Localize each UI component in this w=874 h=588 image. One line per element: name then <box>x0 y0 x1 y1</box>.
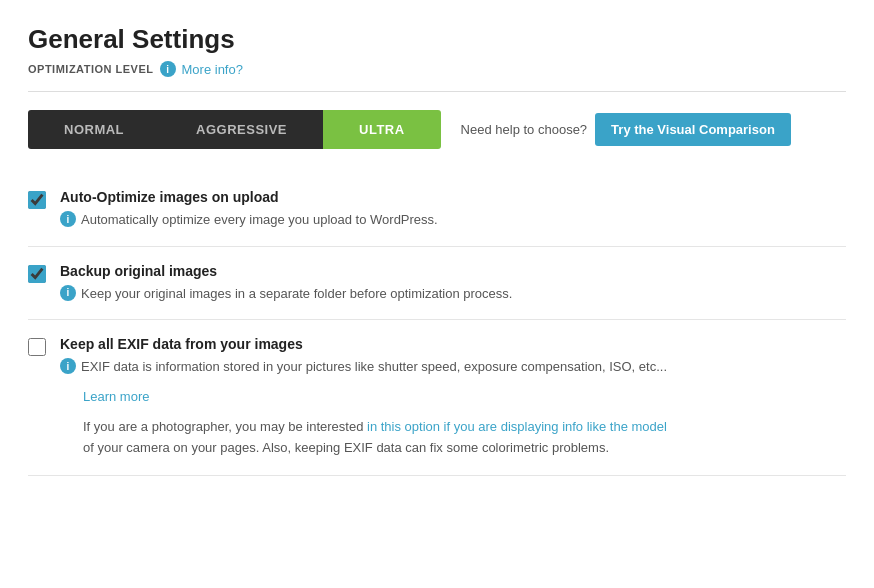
keep-exif-info-icon: i <box>60 358 76 374</box>
tab-ultra[interactable]: ULTRA <box>323 110 441 149</box>
opt-level-label: OPTIMIZATION LEVEL <box>28 63 154 75</box>
auto-optimize-title: Auto-Optimize images on upload <box>60 189 438 205</box>
auto-optimize-checkbox[interactable] <box>28 191 46 209</box>
backup-originals-checkbox[interactable] <box>28 265 46 283</box>
tab-aggressive[interactable]: AGGRESSIVE <box>160 110 323 149</box>
setting-keep-exif: Keep all EXIF data from your images i EX… <box>28 320 846 476</box>
backup-originals-description: Keep your original images in a separate … <box>81 284 512 304</box>
learn-more-link[interactable]: Learn more <box>83 389 149 404</box>
top-divider <box>28 91 846 92</box>
keep-exif-title: Keep all EXIF data from your images <box>60 336 667 352</box>
setting-auto-optimize: Auto-Optimize images on upload i Automat… <box>28 173 846 247</box>
backup-originals-info-icon: i <box>60 285 76 301</box>
keep-exif-checkbox[interactable] <box>28 338 46 356</box>
auto-optimize-description: Automatically optimize every image you u… <box>81 210 438 230</box>
auto-optimize-info-icon: i <box>60 211 76 227</box>
need-help-text: Need help to choose? <box>461 122 587 137</box>
visual-comparison-button[interactable]: Try the Visual Comparison <box>595 113 791 146</box>
photographer-note: If you are a photographer, you may be in… <box>83 417 667 459</box>
setting-backup-originals: Backup original images i Keep your origi… <box>28 247 846 321</box>
more-info-link[interactable]: More info? <box>182 62 243 77</box>
highlight-text: in this option if you are displaying inf… <box>367 419 667 434</box>
tab-normal[interactable]: NORMAL <box>28 110 160 149</box>
opt-info-icon[interactable]: i <box>160 61 176 77</box>
keep-exif-description: EXIF data is information stored in your … <box>81 357 667 377</box>
optimization-tabs: NORMAL AGGRESSIVE ULTRA Need help to cho… <box>28 110 846 149</box>
page-title: General Settings <box>28 24 846 55</box>
backup-originals-title: Backup original images <box>60 263 512 279</box>
